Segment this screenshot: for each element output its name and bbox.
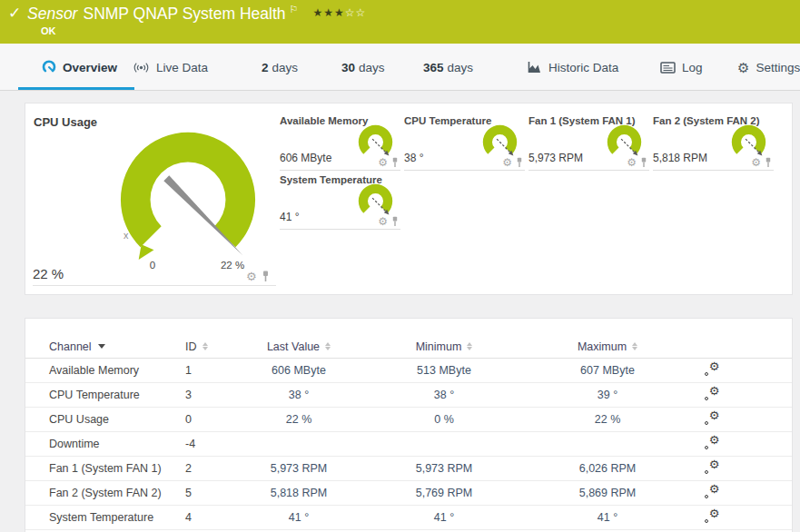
sort-icon: [467, 342, 472, 351]
sort-desc-icon: [98, 344, 105, 349]
primary-gauge-value: 22 %: [33, 266, 64, 281]
pin-icon[interactable]: [262, 271, 270, 282]
table-row[interactable]: CPU Temperature 3 38 ° 38 ° 39 ° ⚙: [25, 383, 792, 408]
channels-table: Channel ID Last Value Minimum Maximum Av…: [25, 335, 792, 530]
sort-icon: [632, 342, 637, 351]
table-row[interactable]: Available Memory 1 606 MByte 513 MByte 6…: [25, 359, 792, 383]
tile-controls: ⚙: [502, 157, 523, 168]
tab-30-days[interactable]: 30days: [341, 44, 385, 91]
column-header-minimum[interactable]: Minimum: [358, 340, 530, 353]
table-row[interactable]: System Temperature 4 41 ° 41 ° 41 ° ⚙: [25, 506, 792, 530]
gauge-settings-icon[interactable]: ⚙: [627, 157, 637, 168]
primary-gauge-title: CPU Usage: [34, 115, 97, 129]
gauge-tile-system-temperature: System Temperature 41 ° ⚙: [280, 172, 400, 230]
table-row[interactable]: Downtime -4 ⚙: [25, 432, 792, 457]
sensor-kicker: Sensor: [27, 5, 77, 23]
live-icon: [133, 61, 150, 74]
gauge-tile-fan2: Fan 2 (System FAN 2) 5,818 RPM ⚙: [653, 113, 774, 171]
tile-controls: ⚙: [751, 157, 772, 168]
tile-controls: ⚙: [378, 157, 399, 168]
channel-settings-icon[interactable]: ⚙: [705, 485, 720, 498]
flag-icon: ⚐: [290, 4, 299, 15]
tab-2-days[interactable]: 2days: [262, 44, 298, 91]
sensor-title-row: SensorSNMP QNAP System Health⚐★★★☆☆: [27, 4, 366, 24]
ok-check-icon: ✓: [8, 4, 21, 23]
column-header-maximum[interactable]: Maximum: [530, 340, 685, 353]
pin-icon[interactable]: [391, 216, 399, 227]
gauge-tile-available-memory: Available Memory 606 MByte ⚙: [280, 113, 400, 171]
gauge-settings-icon[interactable]: ⚙: [751, 157, 761, 168]
pin-icon[interactable]: [391, 157, 399, 168]
channel-settings-icon[interactable]: ⚙: [705, 460, 720, 474]
tile-controls: ⚙: [378, 216, 399, 227]
tile-controls: ⚙: [627, 157, 647, 168]
gauge-scale-min: 0: [143, 260, 162, 271]
channel-settings-icon[interactable]: ⚙: [705, 436, 720, 449]
chart-icon: [527, 61, 542, 74]
channel-settings-icon[interactable]: ⚙: [705, 509, 720, 523]
channel-settings-icon[interactable]: ⚙: [705, 387, 720, 400]
table-row[interactable]: Fan 2 (System FAN 2) 5 5,818 RPM 5,769 R…: [25, 481, 792, 506]
column-header-last-value[interactable]: Last Value: [240, 340, 358, 353]
gauge-icon: [42, 60, 56, 74]
gauge-controls: ⚙: [246, 271, 270, 282]
active-tab-underline: [18, 87, 134, 90]
channels-panel: Channel ID Last Value Minimum Maximum Av…: [25, 318, 793, 532]
column-header-id[interactable]: ID: [185, 340, 240, 353]
gauge-tile-cpu-temperature: CPU Temperature 38 ° ⚙: [404, 113, 525, 171]
prtg-sensor-page: ✓ SensorSNMP QNAP System Health⚐★★★☆☆ OK…: [0, 0, 800, 532]
tab-historic-data[interactable]: Historic Data: [527, 44, 618, 91]
gauge-tile-fan1: Fan 1 (System FAN 1) 5,973 RPM ⚙: [528, 113, 649, 171]
gauge-marker-x: x: [123, 230, 129, 241]
table-header-row: Channel ID Last Value Minimum Maximum: [25, 335, 792, 359]
channel-settings-icon[interactable]: ⚙: [705, 362, 720, 376]
sort-icon: [325, 342, 331, 351]
gauge-settings-icon[interactable]: ⚙: [378, 216, 388, 227]
pin-icon[interactable]: [516, 157, 523, 168]
gauge-settings-icon[interactable]: ⚙: [246, 271, 257, 282]
sensor-header: ✓ SensorSNMP QNAP System Health⚐★★★☆☆ OK: [0, 0, 800, 44]
divider: [33, 285, 276, 286]
stars-empty: ☆☆: [345, 6, 367, 19]
gauge-settings-icon[interactable]: ⚙: [378, 157, 388, 168]
gauge-settings-icon[interactable]: ⚙: [502, 157, 512, 168]
status-badge: OK: [41, 25, 56, 36]
sort-icon: [202, 342, 208, 351]
tab-settings[interactable]: ⚙ Settings: [737, 44, 800, 91]
pin-icon[interactable]: [640, 157, 647, 168]
tab-log[interactable]: Log: [660, 44, 703, 91]
table-row[interactable]: CPU Usage 0 22 % 0 % 22 % ⚙: [25, 408, 792, 432]
tab-live-data[interactable]: Live Data: [133, 44, 208, 91]
tab-bar: Overview Live Data 2days 30days 365days …: [0, 44, 800, 91]
cpu-usage-gauge: x: [112, 123, 264, 267]
stars-filled: ★★★: [312, 6, 344, 19]
tab-overview[interactable]: Overview: [42, 44, 117, 91]
tab-365-days[interactable]: 365days: [423, 44, 473, 91]
page-title: SNMP QNAP System Health: [83, 5, 285, 23]
column-header-channel[interactable]: Channel: [49, 340, 185, 353]
log-icon: [660, 62, 676, 74]
channel-settings-icon[interactable]: ⚙: [705, 411, 720, 425]
gear-icon: ⚙: [737, 61, 749, 74]
pin-icon[interactable]: [765, 157, 772, 168]
gauges-panel: CPU Usage x 0 22 % 22 % ⚙ Available Memo…: [25, 103, 793, 295]
table-row[interactable]: Fan 1 (System FAN 1) 2 5,973 RPM 5,973 R…: [25, 457, 792, 481]
priority-stars[interactable]: ★★★☆☆: [312, 6, 366, 19]
